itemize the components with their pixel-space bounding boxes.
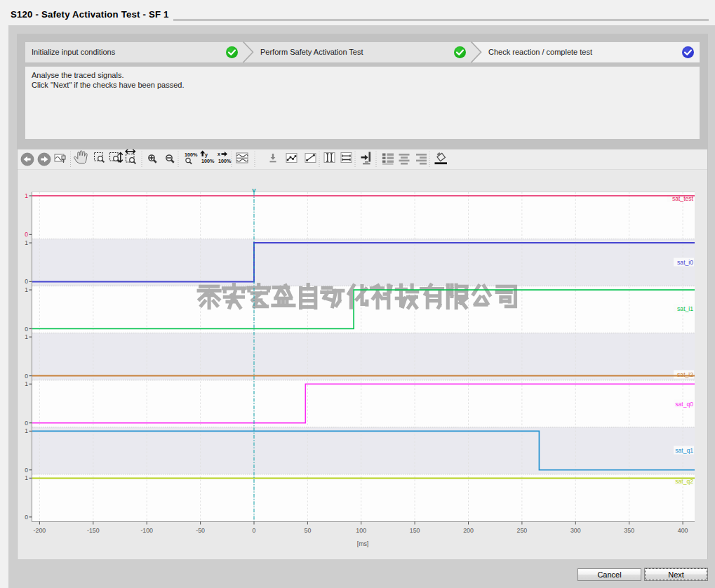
svg-text:x: x xyxy=(218,152,220,156)
svg-text:-50: -50 xyxy=(196,527,205,534)
svg-text:sat_i0: sat_i0 xyxy=(677,259,693,266)
svg-text:1: 1 xyxy=(25,192,28,199)
svg-text:0: 0 xyxy=(25,231,28,238)
svg-text:v: v xyxy=(252,186,256,194)
svg-text:350: 350 xyxy=(624,527,634,534)
svg-text:100%: 100% xyxy=(201,158,215,164)
svg-text:100: 100 xyxy=(356,527,366,534)
svg-text:1: 1 xyxy=(25,427,28,434)
svg-text:-100: -100 xyxy=(140,527,153,534)
svg-text:50: 50 xyxy=(305,527,312,534)
svg-text:sat_i2: sat_i2 xyxy=(677,371,693,378)
svg-text:1: 1 xyxy=(25,286,28,293)
svg-text:0: 0 xyxy=(253,527,256,534)
svg-text:1: 1 xyxy=(25,380,28,387)
svg-text:100%: 100% xyxy=(218,158,232,164)
svg-text:0: 0 xyxy=(25,514,28,521)
svg-text:sat_i1: sat_i1 xyxy=(677,305,693,312)
svg-text:250: 250 xyxy=(517,527,528,534)
svg-text:1: 1 xyxy=(25,333,28,340)
svg-text:0: 0 xyxy=(25,278,28,285)
svg-text:sat_q2: sat_q2 xyxy=(675,478,693,485)
svg-text:100%: 100% xyxy=(185,152,198,158)
svg-text:-200: -200 xyxy=(34,527,46,534)
svg-text:sat_q1: sat_q1 xyxy=(675,447,693,454)
svg-text:200: 200 xyxy=(463,527,474,534)
svg-text:[ms]: [ms] xyxy=(357,540,369,547)
svg-text:0: 0 xyxy=(25,373,28,380)
svg-text:sat_q0: sat_q0 xyxy=(675,401,693,408)
svg-text:150: 150 xyxy=(410,527,420,534)
svg-text:0: 0 xyxy=(25,420,28,427)
svg-text:1: 1 xyxy=(25,239,28,246)
svg-text:0: 0 xyxy=(25,467,28,474)
svg-text:300: 300 xyxy=(570,527,581,534)
svg-text:-150: -150 xyxy=(87,527,100,534)
svg-text:1: 1 xyxy=(25,474,28,481)
svg-text:0: 0 xyxy=(25,326,28,333)
svg-text:400: 400 xyxy=(678,527,688,534)
